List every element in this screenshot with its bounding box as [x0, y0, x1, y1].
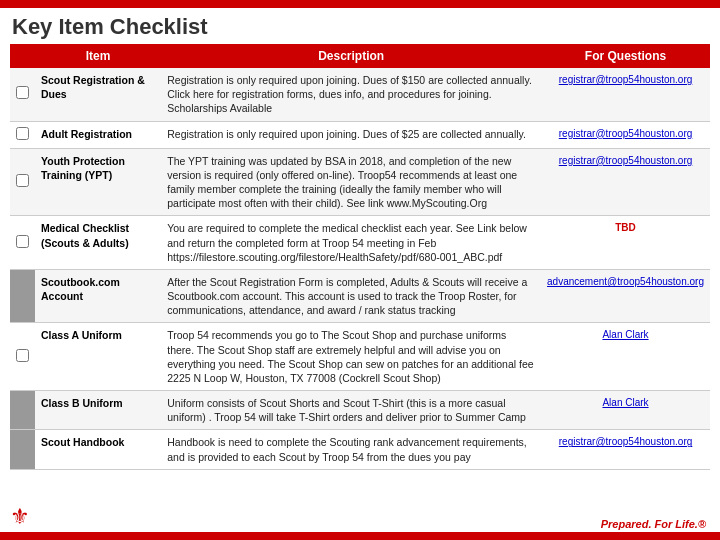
footer-area: ⚜ [10, 504, 30, 530]
description-cell: You are required to complete the medical… [161, 216, 541, 270]
row-checkbox[interactable] [16, 349, 29, 362]
checkbox-cell[interactable] [10, 121, 35, 148]
table-row: Class A UniformTroop 54 recommends you g… [10, 323, 710, 391]
table-header-row: Item Description For Questions [10, 44, 710, 68]
fleur-de-lis-icon: ⚜ [10, 504, 30, 530]
questions-link[interactable]: Alan Clark [602, 397, 648, 408]
description-cell: Uniform consists of Scout Shorts and Sco… [161, 391, 541, 430]
header-item: Item [35, 44, 161, 68]
table-row: Adult RegistrationRegistration is only r… [10, 121, 710, 148]
for-questions-cell: registrar@troop54houston.org [541, 68, 710, 121]
questions-link[interactable]: registrar@troop54houston.org [559, 436, 693, 447]
questions-link[interactable]: registrar@troop54houston.org [559, 128, 693, 139]
questions-link[interactable]: advancement@troop54houston.org [547, 276, 704, 287]
table-row: Scout Registration & DuesRegistration is… [10, 68, 710, 121]
for-questions-cell: registrar@troop54houston.org [541, 148, 710, 216]
checklist-table: Item Description For Questions Scout Reg… [10, 44, 710, 470]
checkbox-cell[interactable] [10, 148, 35, 216]
checkbox-cell[interactable] [10, 216, 35, 270]
header-description: Description [161, 44, 541, 68]
prepared-text: Prepared. For Life.® [601, 518, 706, 530]
row-checkbox[interactable] [16, 86, 29, 99]
row-checkbox[interactable] [16, 174, 29, 187]
item-cell: Scout Registration & Dues [35, 68, 161, 121]
table-row: Scout HandbookHandbook is need to comple… [10, 430, 710, 469]
row-checkbox[interactable] [16, 235, 29, 248]
bottom-bar [0, 532, 720, 540]
description-cell: Registration is only required upon joini… [161, 68, 541, 121]
for-questions-cell: registrar@troop54houston.org [541, 430, 710, 469]
tbd-label: TBD [615, 222, 636, 233]
description-cell: The YPT training was updated by BSA in 2… [161, 148, 541, 216]
checkbox-cell[interactable] [10, 323, 35, 391]
description-cell: Registration is only required upon joini… [161, 121, 541, 148]
description-cell: Troop 54 recommends you go to The Scout … [161, 323, 541, 391]
table-container: Item Description For Questions Scout Reg… [0, 44, 720, 470]
table-row: Scoutbook.com AccountAfter the Scout Reg… [10, 269, 710, 323]
questions-link[interactable]: registrar@troop54houston.org [559, 74, 693, 85]
for-questions-cell: Alan Clark [541, 391, 710, 430]
checkbox-cell [10, 269, 35, 323]
questions-link[interactable]: Alan Clark [602, 329, 648, 340]
item-cell: Scout Handbook [35, 430, 161, 469]
table-row: Youth Protection Training (YPT)The YPT t… [10, 148, 710, 216]
checkbox-cell [10, 391, 35, 430]
top-bar [0, 0, 720, 8]
item-cell: Youth Protection Training (YPT) [35, 148, 161, 216]
questions-link[interactable]: registrar@troop54houston.org [559, 155, 693, 166]
page-header: Key Item Checklist [0, 8, 720, 44]
description-cell: Handbook is need to complete the Scoutin… [161, 430, 541, 469]
checkbox-cell [10, 430, 35, 469]
page-title: Key Item Checklist [12, 14, 208, 40]
for-questions-cell: TBD [541, 216, 710, 270]
for-questions-cell: registrar@troop54houston.org [541, 121, 710, 148]
item-cell: Class A Uniform [35, 323, 161, 391]
item-cell: Adult Registration [35, 121, 161, 148]
description-cell: After the Scout Registration Form is com… [161, 269, 541, 323]
item-cell: Scoutbook.com Account [35, 269, 161, 323]
table-row: Medical Checklist (Scouts & Adults)You a… [10, 216, 710, 270]
header-for-questions: For Questions [541, 44, 710, 68]
item-cell: Class B Uniform [35, 391, 161, 430]
for-questions-cell: Alan Clark [541, 323, 710, 391]
header-checkbox [10, 44, 35, 68]
item-cell: Medical Checklist (Scouts & Adults) [35, 216, 161, 270]
for-questions-cell: advancement@troop54houston.org [541, 269, 710, 323]
table-row: Class B UniformUniform consists of Scout… [10, 391, 710, 430]
checkbox-cell[interactable] [10, 68, 35, 121]
row-checkbox[interactable] [16, 127, 29, 140]
